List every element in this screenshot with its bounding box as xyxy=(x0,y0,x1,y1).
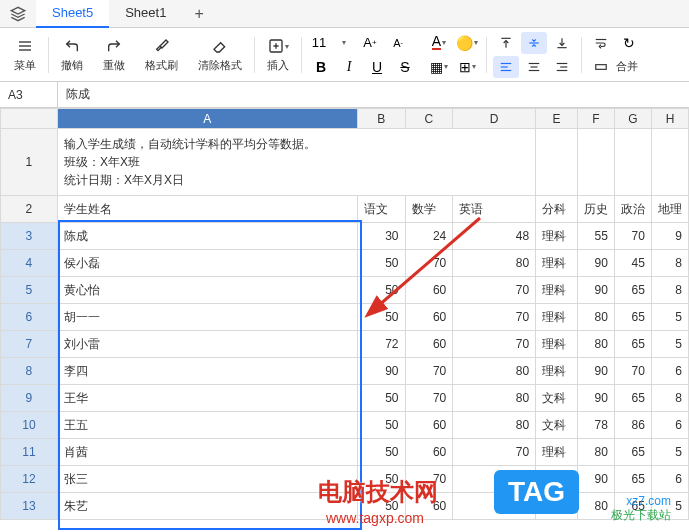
bold-button[interactable]: B xyxy=(308,56,334,78)
spreadsheet-grid[interactable]: A B C D E F G H 1 输入学生成绩，自动统计学科的平均分等数据。班… xyxy=(0,108,689,520)
cell-name[interactable]: 朱艺 xyxy=(57,493,357,520)
cell[interactable]: 30 xyxy=(357,223,405,250)
cell[interactable]: 65 xyxy=(614,277,651,304)
align-center-button[interactable] xyxy=(521,56,547,78)
valign-bottom-button[interactable] xyxy=(549,32,575,54)
row-head[interactable]: 12 xyxy=(1,466,58,493)
col-head-c[interactable]: C xyxy=(405,109,453,129)
col-head-h[interactable]: H xyxy=(651,109,688,129)
row-head[interactable]: 1 xyxy=(1,129,58,196)
insert-button[interactable]: ▾ 插入 xyxy=(257,32,299,77)
cell-name[interactable]: 黄心怡 xyxy=(57,277,357,304)
cell-name[interactable]: 刘小雷 xyxy=(57,331,357,358)
select-all-corner[interactable] xyxy=(1,109,58,129)
cell[interactable]: 理科 xyxy=(536,331,578,358)
sheet-add-button[interactable]: + xyxy=(182,0,215,29)
cell-name[interactable]: 张三 xyxy=(57,466,357,493)
cell[interactable]: 80 xyxy=(453,250,536,277)
layers-icon[interactable] xyxy=(8,4,28,24)
cell[interactable]: 60 xyxy=(405,277,453,304)
cell-name[interactable]: 李四 xyxy=(57,358,357,385)
cell[interactable]: 50 xyxy=(357,412,405,439)
borders-button[interactable]: ⊞▾ xyxy=(454,56,480,78)
strikethrough-button[interactable]: S xyxy=(392,56,418,78)
cell-name[interactable]: 胡一一 xyxy=(57,304,357,331)
cell[interactable]: 65 xyxy=(614,385,651,412)
align-right-button[interactable] xyxy=(549,56,575,78)
orientation-button[interactable]: ↻ xyxy=(616,32,642,54)
cell[interactable]: 90 xyxy=(357,358,405,385)
header-c2[interactable]: 数学 xyxy=(405,196,453,223)
cell[interactable]: 70 xyxy=(453,439,536,466)
cell[interactable] xyxy=(651,129,688,196)
row-head[interactable]: 3 xyxy=(1,223,58,250)
cell[interactable]: 50 xyxy=(357,250,405,277)
cell[interactable]: 80 xyxy=(577,493,614,520)
cell[interactable]: 70 xyxy=(614,223,651,250)
cell[interactable]: 6 xyxy=(651,412,688,439)
format-painter-button[interactable]: 格式刷 xyxy=(135,32,188,77)
cell[interactable]: 70 xyxy=(453,304,536,331)
cell[interactable]: 45 xyxy=(614,250,651,277)
description-cell[interactable]: 输入学生成绩，自动统计学科的平均分等数据。班级：X年X班统计日期：X年X月X日 xyxy=(57,129,535,196)
cell[interactable]: 理科 xyxy=(536,439,578,466)
valign-top-button[interactable] xyxy=(493,32,519,54)
cell[interactable]: 86 xyxy=(614,412,651,439)
cell[interactable]: 72 xyxy=(357,331,405,358)
cell[interactable] xyxy=(614,129,651,196)
cell[interactable]: 70 xyxy=(405,250,453,277)
cell[interactable]: 80 xyxy=(453,385,536,412)
col-head-e[interactable]: E xyxy=(536,109,578,129)
cell[interactable]: 70 xyxy=(453,331,536,358)
cell[interactable]: 70 xyxy=(405,358,453,385)
font-size-control[interactable]: 11 ▾ xyxy=(308,35,355,50)
cell-name[interactable]: 王五 xyxy=(57,412,357,439)
cell-name[interactable]: 肖茜 xyxy=(57,439,357,466)
font-decrease-button[interactable]: A- xyxy=(385,32,411,54)
cell[interactable] xyxy=(536,129,578,196)
underline-button[interactable]: U xyxy=(364,56,390,78)
cell[interactable]: 理科 xyxy=(536,304,578,331)
cell-reference-box[interactable]: A3 xyxy=(0,82,58,107)
row-head[interactable]: 11 xyxy=(1,439,58,466)
cell[interactable]: 理科 xyxy=(536,277,578,304)
cell[interactable]: 文科 xyxy=(536,385,578,412)
row-head[interactable]: 2 xyxy=(1,196,58,223)
header-c4[interactable]: 分科 xyxy=(536,196,578,223)
cell[interactable]: 80 xyxy=(453,412,536,439)
header-c3[interactable]: 英语 xyxy=(453,196,536,223)
cell[interactable]: 50 xyxy=(357,277,405,304)
cell[interactable]: 60 xyxy=(405,304,453,331)
cell[interactable]: 65 xyxy=(614,439,651,466)
cell[interactable]: 65 xyxy=(614,331,651,358)
cell[interactable]: 50 xyxy=(357,385,405,412)
cell[interactable]: 理科 xyxy=(536,250,578,277)
col-head-d[interactable]: D xyxy=(453,109,536,129)
cell[interactable]: 80 xyxy=(577,331,614,358)
cell[interactable]: 90 xyxy=(577,385,614,412)
cell[interactable]: 70 xyxy=(614,358,651,385)
row-head[interactable]: 7 xyxy=(1,331,58,358)
valign-middle-button[interactable] xyxy=(521,32,547,54)
italic-button[interactable]: I xyxy=(336,56,362,78)
sheet-tab-active[interactable]: Sheet5 xyxy=(36,0,109,28)
cell[interactable]: 5 xyxy=(651,439,688,466)
row-head[interactable]: 8 xyxy=(1,358,58,385)
undo-button[interactable]: 撤销 xyxy=(51,32,93,77)
header-c7[interactable]: 地理 xyxy=(651,196,688,223)
cell[interactable]: 60 xyxy=(405,331,453,358)
header-name[interactable]: 学生姓名 xyxy=(57,196,357,223)
col-head-a[interactable]: A xyxy=(57,109,357,129)
font-color-button[interactable]: A▾ xyxy=(426,32,452,54)
cell[interactable]: 78 xyxy=(577,412,614,439)
cell[interactable]: 文科 xyxy=(536,412,578,439)
cell[interactable]: 6 xyxy=(651,358,688,385)
row-head[interactable]: 9 xyxy=(1,385,58,412)
redo-button[interactable]: 重做 xyxy=(93,32,135,77)
cell[interactable]: 80 xyxy=(453,358,536,385)
col-head-b[interactable]: B xyxy=(357,109,405,129)
cell[interactable]: 8 xyxy=(651,277,688,304)
header-c5[interactable]: 历史 xyxy=(577,196,614,223)
merge-button[interactable] xyxy=(588,56,614,78)
cell[interactable]: 24 xyxy=(405,223,453,250)
